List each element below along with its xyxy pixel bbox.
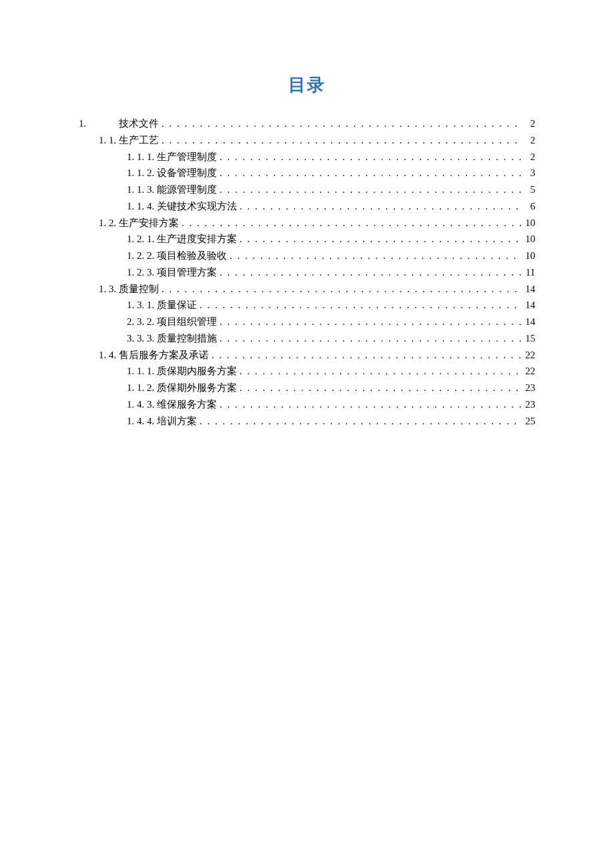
toc-leader-dots <box>159 115 522 132</box>
toc-entry-page: 10 <box>522 248 535 264</box>
toc-entry-page: 23 <box>522 380 535 396</box>
toc-entry-page: 3 <box>522 165 535 181</box>
toc-entry-page: 15 <box>522 330 535 347</box>
toc-entry-text: 1. 4. 3. 维保服务方案 <box>127 396 217 413</box>
toc-entry[interactable]: 1.技术文件2 <box>79 115 535 132</box>
toc-leader-dots <box>217 264 522 281</box>
toc-entry-page: 10 <box>522 215 535 232</box>
toc-leader-dots <box>217 181 522 198</box>
toc-leader-dots <box>217 330 522 347</box>
toc-entry[interactable]: 3. 3. 3. 质量控制措施15 <box>79 330 535 347</box>
toc-entry[interactable]: 1. 2. 生产安排方案10 <box>79 215 535 232</box>
toc-leader-dots <box>227 248 522 264</box>
toc-entry-text: 1. 1. 4. 关键技术实现方法 <box>127 198 237 215</box>
toc-leader-dots <box>159 281 522 298</box>
toc-entry-page: 2 <box>522 132 535 149</box>
toc-entry-text: 1. 4. 售后服务方案及承诺 <box>99 347 209 364</box>
toc-entry[interactable]: 1. 4. 售后服务方案及承诺22 <box>79 347 535 364</box>
toc-entry-text: 1. 2. 3. 项目管理方案 <box>127 264 217 281</box>
toc-entry-text: 1. 2. 1. 生产进度安排方案 <box>127 231 237 248</box>
toc-entry-page: 25 <box>522 413 535 430</box>
toc-entry-text: 2. 3. 2. 项目组织管理 <box>127 314 217 330</box>
toc-entry-number: 1. <box>79 115 119 132</box>
toc-leader-dots <box>209 347 522 364</box>
toc-entry[interactable]: 1. 1. 1. 生产管理制度2 <box>79 149 535 165</box>
toc-leader-dots <box>197 413 522 430</box>
toc-entry[interactable]: 1. 1. 3. 能源管理制度5 <box>79 181 535 198</box>
toc-entry[interactable]: 1. 2. 3. 项目管理方案11 <box>79 264 535 281</box>
toc-entry-text: 技术文件 <box>119 115 159 132</box>
toc-entry-text: 1. 1. 生产工艺 <box>99 132 159 149</box>
toc-entry[interactable]: 1. 3. 1. 质量保证14 <box>79 297 535 314</box>
toc-entry-page: 10 <box>522 231 535 248</box>
toc-entry[interactable]: 1. 1. 4. 关键技术实现方法6 <box>79 198 535 215</box>
toc-entry[interactable]: 1. 2. 2. 项目检验及验收10 <box>79 248 535 264</box>
toc-entry[interactable]: 1. 2. 1. 生产进度安排方案10 <box>79 231 535 248</box>
toc-entry[interactable]: 1. 1. 2. 质保期外服务方案23 <box>79 380 535 396</box>
toc-entry-text: 1. 2. 生产安排方案 <box>99 215 179 232</box>
toc-leader-dots <box>197 297 522 314</box>
toc-entry-text: 1. 1. 2. 质保期外服务方案 <box>127 380 237 396</box>
toc-leader-dots <box>179 215 522 232</box>
toc-entry-text: 1. 1. 1. 质保期内服务方案 <box>127 363 237 380</box>
toc-entry-page: 14 <box>522 314 535 330</box>
toc-entry-page: 11 <box>522 264 535 281</box>
toc-entry-page: 14 <box>522 281 535 298</box>
toc-entry[interactable]: 1. 1. 1. 质保期内服务方案22 <box>79 363 535 380</box>
toc-entry-text: 1. 3. 1. 质量保证 <box>127 297 197 314</box>
toc-list: 1.技术文件21. 1. 生产工艺21. 1. 1. 生产管理制度21. 1. … <box>79 115 535 429</box>
toc-entry-text: 1. 2. 2. 项目检验及验收 <box>127 248 227 264</box>
toc-entry-text: 1. 1. 3. 能源管理制度 <box>127 181 217 198</box>
toc-entry-text: 1. 1. 2. 设备管理制度 <box>127 165 217 181</box>
toc-entry[interactable]: 1. 4. 3. 维保服务方案23 <box>79 396 535 413</box>
toc-leader-dots <box>237 363 522 380</box>
toc-entry-page: 22 <box>522 363 535 380</box>
toc-leader-dots <box>217 396 522 413</box>
toc-entry[interactable]: 1. 1. 2. 设备管理制度3 <box>79 165 535 181</box>
toc-entry-page: 22 <box>522 347 535 364</box>
toc-leader-dots <box>159 132 522 149</box>
toc-entry[interactable]: 2. 3. 2. 项目组织管理14 <box>79 314 535 330</box>
toc-entry-text: 3. 3. 3. 质量控制措施 <box>127 330 217 347</box>
toc-entry-text: 1. 4. 4. 培训方案 <box>127 413 197 430</box>
toc-leader-dots <box>217 149 522 165</box>
toc-entry-page: 5 <box>522 181 535 198</box>
toc-entry-text: 1. 1. 1. 生产管理制度 <box>127 149 217 165</box>
toc-leader-dots <box>217 165 522 181</box>
toc-title: 目录 <box>79 73 535 97</box>
toc-leader-dots <box>237 231 522 248</box>
toc-entry[interactable]: 1. 4. 4. 培训方案25 <box>79 413 535 430</box>
toc-leader-dots <box>217 314 522 330</box>
toc-entry[interactable]: 1. 1. 生产工艺2 <box>79 132 535 149</box>
toc-entry[interactable]: 1. 3. 质量控制14 <box>79 281 535 298</box>
toc-entry-page: 23 <box>522 396 535 413</box>
toc-entry-page: 6 <box>522 198 535 215</box>
toc-entry-page: 14 <box>522 297 535 314</box>
toc-leader-dots <box>237 198 522 215</box>
toc-leader-dots <box>237 380 522 396</box>
toc-entry-page: 2 <box>522 115 535 132</box>
toc-entry-page: 2 <box>522 149 535 165</box>
toc-entry-text: 1. 3. 质量控制 <box>99 281 159 298</box>
